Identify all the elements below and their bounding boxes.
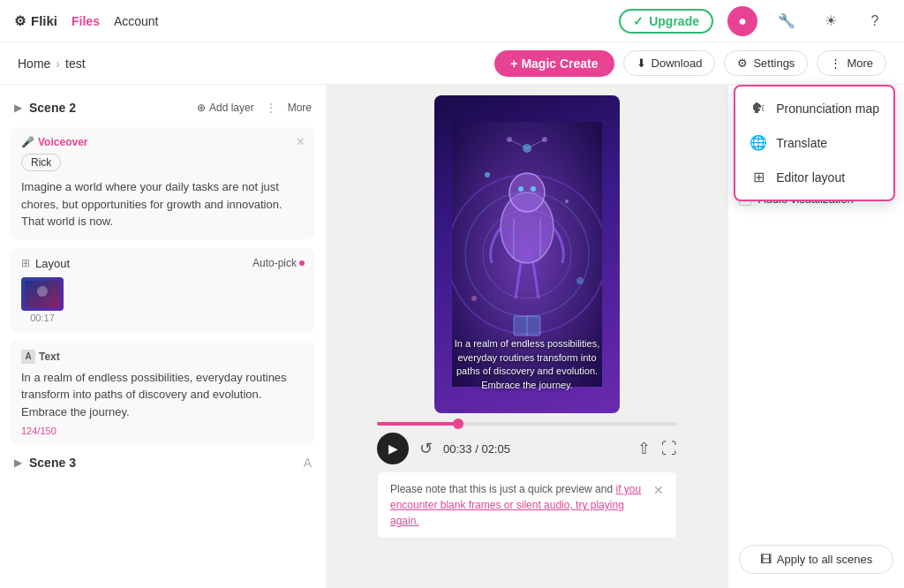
svg-point-16 [576, 277, 584, 284]
apply-all-button[interactable]: 🎞 Apply to all scenes [739, 545, 893, 574]
current-time: 00:33 [443, 442, 472, 456]
char-count: 124/150 [21, 426, 305, 436]
grid-icon: ⊞ [21, 257, 30, 269]
pronunciation-icon: 🗣 [750, 101, 767, 117]
upgrade-button[interactable]: ✓ Upgrade [619, 9, 713, 34]
svg-point-8 [518, 186, 524, 192]
center-panel: In a realm of endless possibilities, eve… [327, 85, 727, 588]
apply-all-label: Apply to all scenes [777, 553, 872, 566]
svg-point-1 [37, 286, 48, 297]
svg-point-9 [531, 186, 536, 192]
top-nav: ⚙ Fliki Files Account ✓ Upgrade ● 🔧 ☀ ? [0, 0, 904, 42]
translate-label: Translate [776, 136, 827, 150]
help-button[interactable]: ? [860, 6, 890, 36]
scene2-header: ▶ Scene 2 ⊕ Add layer ⋮ More [11, 95, 315, 120]
play-button[interactable]: ▶ [377, 433, 409, 464]
film-icon: 🎞 [760, 553, 772, 566]
main-layout: ▶ Scene 2 ⊕ Add layer ⋮ More 🎤 Voiceover… [0, 85, 904, 588]
nav-files[interactable]: Files [72, 14, 100, 28]
upgrade-label: Upgrade [649, 14, 699, 28]
scene3-title: Scene 3 [29, 456, 76, 470]
progress-bar[interactable] [377, 422, 677, 426]
add-layer-button[interactable]: ⊕ Add layer [197, 102, 254, 114]
notice-text: Please note that this is just a quick pr… [390, 481, 646, 529]
wrench-icon: 🔧 [778, 12, 795, 29]
layout-thumb-preview [21, 277, 64, 311]
svg-point-17 [471, 296, 477, 301]
dropdown-item-translate[interactable]: 🌐 Translate [735, 125, 893, 160]
auto-pick-button[interactable]: Auto-pick [252, 257, 305, 269]
pronunciation-label: Pronunciation map [776, 102, 879, 116]
toolbar: Home › test + Magic Create ⬇ Download ⚙ … [0, 42, 904, 85]
notice-text-1: Please note that this is just a quick pr… [390, 483, 615, 495]
mic-icon: 🎤 [21, 136, 34, 148]
auto-pick-dot [299, 260, 305, 266]
layout-header: ⊞ Layout Auto-pick [21, 257, 305, 270]
question-icon: ? [871, 13, 879, 29]
check-circle-icon: ✓ [633, 14, 644, 28]
progress-thumb [453, 418, 463, 429]
settings-button[interactable]: ⚙ Settings [724, 50, 808, 76]
dropdown-item-editor-layout[interactable]: ⊞ Editor layout [735, 160, 893, 194]
wrench-button[interactable]: 🔧 [772, 6, 802, 36]
notice-bar: Please note that this is just a quick pr… [377, 471, 677, 539]
more-label: More [847, 57, 873, 70]
scene3-header: ▶ Scene 3 A [11, 449, 315, 477]
text-content: In a realm of endless possibilities, eve… [21, 369, 305, 421]
svg-point-14 [485, 172, 490, 177]
total-time: 02:05 [481, 442, 510, 456]
time-display: 00:33 / 02:05 [443, 442, 510, 456]
breadcrumb-separator: › [56, 57, 60, 71]
translate-icon: 🌐 [750, 134, 767, 151]
scene3-action-icon: A [304, 456, 312, 470]
progress-bar-container[interactable] [377, 422, 677, 426]
svg-point-15 [565, 200, 569, 203]
svg-point-7 [509, 173, 545, 212]
download-icon: ⬇ [637, 57, 646, 70]
voice-badge[interactable]: Rick [21, 154, 61, 171]
layout-duration: 00:17 [21, 313, 64, 323]
share-button[interactable]: ⇧ [637, 439, 651, 458]
text-label-icon: A [21, 350, 35, 364]
breadcrumb: Home › test [18, 57, 86, 71]
playback-controls: ▶ ↺ 00:33 / 02:05 ⇧ ⛶ [377, 433, 677, 464]
progress-fill [377, 422, 458, 426]
delete-voiceover-icon[interactable]: ✕ [296, 136, 305, 148]
logo-text: Fliki [31, 13, 57, 28]
fullscreen-button[interactable]: ⛶ [661, 440, 677, 458]
add-layer-label: Add layer [209, 102, 254, 114]
play-triangle-icon: ▶ [388, 441, 398, 456]
download-button[interactable]: ⬇ Download [623, 50, 716, 76]
editor-layout-icon: ⊞ [750, 169, 767, 185]
nav-account[interactable]: Account [114, 14, 159, 28]
scene2-title: Scene 2 [29, 101, 76, 115]
text-label-text: Text [39, 351, 60, 363]
video-player: In a realm of endless possibilities, eve… [434, 95, 620, 413]
sun-icon: ☀ [825, 12, 837, 29]
settings-label: Settings [753, 57, 795, 70]
record-button[interactable]: ● [727, 6, 757, 36]
auto-pick-label: Auto-pick [252, 257, 297, 269]
layout-section: ⊞ Layout Auto-pick 00:17 [11, 248, 315, 332]
notice-close-button[interactable]: ✕ [653, 481, 664, 500]
breadcrumb-current: test [65, 57, 86, 71]
voiceover-label-text: Voiceover [38, 136, 87, 148]
breadcrumb-home[interactable]: Home [18, 57, 50, 71]
theme-button[interactable]: ☀ [816, 6, 846, 36]
plus-icon: ⊕ [197, 102, 206, 114]
more-button[interactable]: ⋮ More [817, 50, 886, 76]
replay-icon[interactable]: ↺ [419, 439, 433, 458]
voiceover-section: 🎤 Voiceover ✕ Rick Imagine a world where… [11, 127, 315, 239]
record-icon: ● [738, 13, 747, 29]
scene3-play-icon: ▶ [14, 456, 22, 469]
text-label: A Text [21, 350, 305, 364]
magic-create-button[interactable]: + Magic Create [494, 50, 614, 77]
dropdown-item-pronunciation[interactable]: 🗣 Pronunciation map [735, 92, 893, 125]
scene-more-button[interactable]: More [288, 102, 312, 114]
play-icon: ▶ [14, 102, 22, 114]
voiceover-text: Imagine a world where your daily tasks a… [21, 178, 305, 230]
layout-thumbnail[interactable] [21, 277, 64, 311]
editor-layout-label: Editor layout [776, 170, 845, 185]
more-dots-icon: ⋮ [830, 57, 841, 70]
text-section: A Text In a realm of endless possibiliti… [11, 341, 315, 446]
